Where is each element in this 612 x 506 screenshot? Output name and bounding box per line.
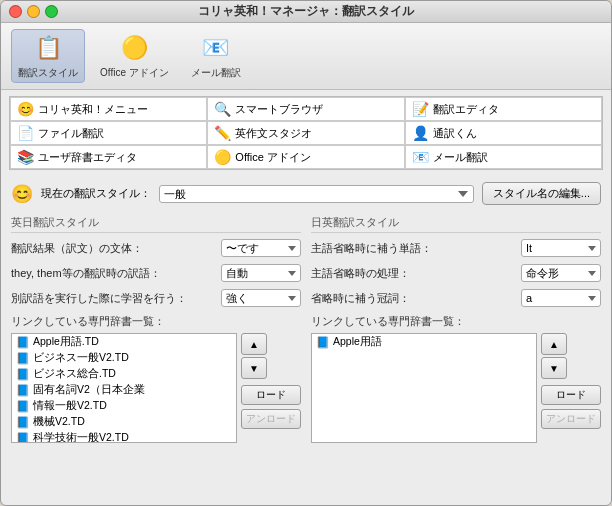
right-column-title: 日英翻訳スタイル <box>311 215 601 233</box>
left-select-2[interactable]: 強く <box>221 289 301 307</box>
nav-interpreter[interactable]: 👤 通訳くん <box>405 121 602 145</box>
right-select-2[interactable]: a <box>521 289 601 307</box>
right-label-1: 主語省略時の処理： <box>311 266 517 281</box>
left-select-1[interactable]: 自動 <box>221 264 301 282</box>
left-load-unload: ロード アンロード <box>241 383 301 429</box>
right-form-row-2: 省略時に補う冠詞： a <box>311 289 601 307</box>
nav-file-translation[interactable]: 📄 ファイル翻訳 <box>10 121 207 145</box>
left-dict-up-button[interactable]: ▲ <box>241 333 267 355</box>
right-unload-button[interactable]: アンロード <box>541 409 601 429</box>
toolbar-translation-style-label: 翻訳スタイル <box>18 66 78 80</box>
user-dict-icon: 📚 <box>17 149 34 165</box>
nav-smart-browser[interactable]: 🔍 スマートブラウザ <box>207 97 404 121</box>
interpreter-icon: 👤 <box>412 125 429 141</box>
right-column: 日英翻訳スタイル 主語省略時に補う単語： It 主語省略時の処理： 命令形 省略… <box>311 215 601 443</box>
left-dict-section-label: リンクしている専門辞書一覧： <box>11 314 301 329</box>
dict-item-icon: 📘 <box>16 416 30 429</box>
translation-style-icon: 📋 <box>32 32 64 64</box>
right-form-row-1: 主語省略時の処理： 命令形 <box>311 264 601 282</box>
dict-item-icon: 📘 <box>316 336 330 349</box>
right-form-row-0: 主語省略時に補う単語： It <box>311 239 601 257</box>
left-dict-area: 📘Apple用語.TD📘ビジネス一般V2.TD📘ビジネス総合.TD📘固有名詞V2… <box>11 333 301 443</box>
style-smiley-icon: 😊 <box>11 183 33 205</box>
left-load-button[interactable]: ロード <box>241 385 301 405</box>
menu-icon: 😊 <box>17 101 34 117</box>
nav-smart-browser-label: スマートブラウザ <box>235 102 323 117</box>
nav-grid: 😊 コリャ英和！メニュー 🔍 スマートブラウザ 📝 翻訳エディタ 📄 ファイル翻… <box>9 96 603 170</box>
nav-menu-label: コリャ英和！メニュー <box>38 102 148 117</box>
left-unload-button[interactable]: アンロード <box>241 409 301 429</box>
right-dict-list[interactable]: 📘Apple用語 <box>311 333 537 443</box>
office-addon-icon: 🟡 <box>118 32 150 64</box>
nav-translation-editor[interactable]: 📝 翻訳エディタ <box>405 97 602 121</box>
right-dict-area: 📘Apple用語 ▲ ▼ ロード アンロード <box>311 333 601 443</box>
nav-office-addon[interactable]: 🟡 Office アドイン <box>207 145 404 169</box>
nav-mail[interactable]: 📧 メール翻訳 <box>405 145 602 169</box>
right-dict-up-button[interactable]: ▲ <box>541 333 567 355</box>
nav-mail-label: メール翻訳 <box>433 150 488 165</box>
right-label-0: 主語省略時に補う単語： <box>311 241 517 256</box>
list-item[interactable]: 📘ビジネス総合.TD <box>12 366 236 382</box>
list-item[interactable]: 📘固有名詞V2（日本企業 <box>12 382 236 398</box>
left-form-row-1: they, them等の翻訳時の訳語： 自動 <box>11 264 301 282</box>
list-item[interactable]: 📘Apple用語.TD <box>12 334 236 350</box>
style-row-label: 現在の翻訳スタイル： <box>41 186 151 201</box>
dict-item-icon: 📘 <box>16 352 30 365</box>
close-button[interactable] <box>9 5 22 18</box>
mail-translation-icon: 📧 <box>200 32 232 64</box>
style-row: 😊 現在の翻訳スタイル： 一般 スタイル名の編集... <box>11 182 601 205</box>
dict-item-icon: 📘 <box>16 336 30 349</box>
left-select-0[interactable]: 〜です <box>221 239 301 257</box>
nav-file-translation-label: ファイル翻訳 <box>38 126 104 141</box>
right-dict-controls: ▲ ▼ ロード アンロード <box>541 333 601 443</box>
columns-area: 英日翻訳スタイル 翻訳結果（訳文）の文体： 〜です they, them等の翻訳… <box>11 215 601 443</box>
right-dict-down-button[interactable]: ▼ <box>541 357 567 379</box>
nav-english-studio-label: 英作文スタジオ <box>235 126 312 141</box>
list-item[interactable]: 📘ビジネス一般V2.TD <box>12 350 236 366</box>
left-dict-down-button[interactable]: ▼ <box>241 357 267 379</box>
toolbar-office-addon[interactable]: 🟡 Office アドイン <box>93 29 176 83</box>
file-translation-icon: 📄 <box>17 125 34 141</box>
left-dict-controls: ▲ ▼ ロード アンロード <box>241 333 301 443</box>
main-window: コリャ英和！マネージャ：翻訳スタイル 📋 翻訳スタイル 🟡 Office アドイ… <box>0 0 612 506</box>
left-form-row-2: 別訳語を実行した際に学習を行う： 強く <box>11 289 301 307</box>
list-item[interactable]: 📘機械V2.TD <box>12 414 236 430</box>
english-studio-icon: ✏️ <box>214 125 231 141</box>
style-select[interactable]: 一般 <box>159 185 474 203</box>
nav-office-addon-label: Office アドイン <box>235 150 311 165</box>
nav-english-studio[interactable]: ✏️ 英作文スタジオ <box>207 121 404 145</box>
left-label-2: 別訳語を実行した際に学習を行う： <box>11 291 217 306</box>
toolbar-translation-style[interactable]: 📋 翻訳スタイル <box>11 29 85 83</box>
nav-menu[interactable]: 😊 コリャ英和！メニュー <box>10 97 207 121</box>
right-load-button[interactable]: ロード <box>541 385 601 405</box>
right-load-unload: ロード アンロード <box>541 383 601 429</box>
right-select-1[interactable]: 命令形 <box>521 264 601 282</box>
translation-editor-icon: 📝 <box>412 101 429 117</box>
minimize-button[interactable] <box>27 5 40 18</box>
toolbar-office-addon-label: Office アドイン <box>100 66 169 80</box>
left-column: 英日翻訳スタイル 翻訳結果（訳文）の文体： 〜です they, them等の翻訳… <box>11 215 301 443</box>
left-dict-list[interactable]: 📘Apple用語.TD📘ビジネス一般V2.TD📘ビジネス総合.TD📘固有名詞V2… <box>11 333 237 443</box>
dict-item-icon: 📘 <box>16 384 30 397</box>
right-select-0[interactable]: It <box>521 239 601 257</box>
list-item[interactable]: 📘科学技術一般V2.TD <box>12 430 236 443</box>
left-label-1: they, them等の翻訳時の訳語： <box>11 266 217 281</box>
content-area: 😊 現在の翻訳スタイル： 一般 スタイル名の編集... 英日翻訳スタイル 翻訳結… <box>1 176 611 505</box>
maximize-button[interactable] <box>45 5 58 18</box>
left-column-title: 英日翻訳スタイル <box>11 215 301 233</box>
left-label-0: 翻訳結果（訳文）の文体： <box>11 241 217 256</box>
dict-item-icon: 📘 <box>16 432 30 444</box>
list-item[interactable]: 📘Apple用語 <box>312 334 536 350</box>
window-controls <box>9 5 58 18</box>
toolbar-mail-translation-label: メール翻訳 <box>191 66 241 80</box>
nav-user-dict[interactable]: 📚 ユーザ辞書エディタ <box>10 145 207 169</box>
left-form-row-0: 翻訳結果（訳文）の文体： 〜です <box>11 239 301 257</box>
nav-translation-editor-label: 翻訳エディタ <box>433 102 499 117</box>
window-title: コリャ英和！マネージャ：翻訳スタイル <box>198 3 414 20</box>
right-label-2: 省略時に補う冠詞： <box>311 291 517 306</box>
list-item[interactable]: 📘情報一般V2.TD <box>12 398 236 414</box>
style-edit-button[interactable]: スタイル名の編集... <box>482 182 601 205</box>
nav-office-icon: 🟡 <box>214 149 231 165</box>
toolbar-mail-translation[interactable]: 📧 メール翻訳 <box>184 29 248 83</box>
dict-item-icon: 📘 <box>16 368 30 381</box>
